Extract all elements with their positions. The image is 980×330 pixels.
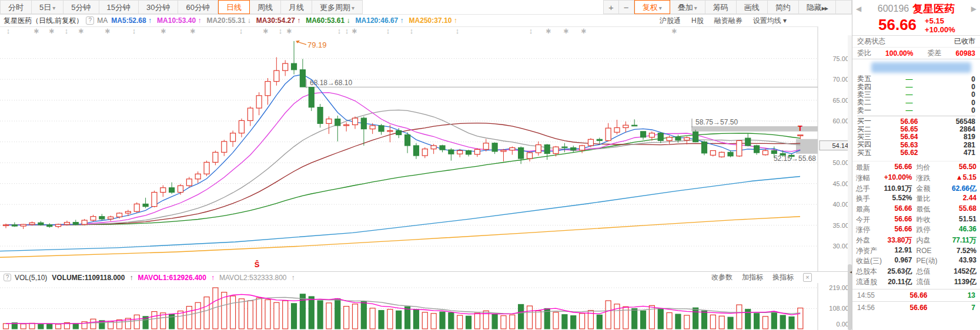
book-volume: 819 (941, 133, 975, 141)
quote-value: 56.66 (892, 204, 912, 214)
book-price: — (877, 99, 941, 107)
svg-text:0.00: 0.00 (837, 321, 849, 328)
quote-label: 总手 (856, 184, 870, 194)
tool-画线[interactable]: 画线 (737, 0, 768, 14)
tool-筹码[interactable]: 筹码 (705, 0, 737, 14)
book-volume: 0 (941, 99, 975, 107)
ma-value-MA20: MA20:55.31 ↓ (206, 16, 250, 25)
period-tab-30分钟[interactable]: 30分钟 (139, 0, 178, 14)
tick-list[interactable]: 14:5556.661314:5656.667 (852, 289, 980, 314)
tick-row-14:56[interactable]: 14:5656.667 (852, 301, 980, 314)
quote-value: 12.91 (892, 246, 912, 256)
link-融资融券[interactable]: 融资融券 (714, 16, 742, 26)
tool-叠加[interactable]: 叠加▾ (670, 0, 705, 14)
svg-text:∗: ∗ (190, 26, 196, 35)
ma-info-row: 复星医药（日线,前复权） ? MA MA5:52.68 ↑MA10:53.40 … (0, 15, 852, 26)
trade-status-value: 已收市 (954, 36, 975, 46)
stock-code: 600196 (878, 4, 909, 14)
quote-row-总手: 总手110.91万金额62.66亿 (856, 183, 976, 194)
quote-row-总股本: 总股本25.63亿总值1452亿 (856, 267, 976, 277)
svg-text:75.00: 75.00 (832, 55, 849, 62)
weibi-row: 委比 100.00% 委差 60983 (852, 48, 980, 59)
quote-value: 46.36 (957, 225, 976, 235)
book-price: 56.62 (877, 149, 941, 157)
censored-banner[interactable] (871, 62, 971, 73)
stock-app-window: 分时5日▾5分钟15分钟30分钟60分钟日线周线月线更多周期▾ +−复权▾叠加▾… (0, 0, 980, 330)
tool-+[interactable]: + (603, 0, 619, 14)
quote-row-涨停: 涨停56.66跌停46.36 (856, 225, 976, 235)
book-price: — (877, 90, 941, 99)
link-设置均线[interactable]: 设置均线 ▾ (753, 16, 787, 26)
stock-header: ◀ 600196 复星医药 ▶ 56.66 +5.15 +10.00% (852, 0, 980, 36)
weibi-value: 100.00% (885, 49, 913, 58)
period-tab-15分钟[interactable]: 15分钟 (99, 0, 139, 14)
book-volume: 2864 (941, 125, 975, 133)
tool-简约[interactable]: 简约 (768, 0, 799, 14)
quote-value: 0.967 (892, 256, 912, 266)
buy-row-买五[interactable]: 买五56.62471 (857, 149, 975, 157)
svg-text:∗: ∗ (352, 26, 358, 35)
change-params-link[interactable]: 改参数 (711, 272, 733, 282)
sell-row-卖一[interactable]: 卖一—0 (857, 107, 975, 115)
change-percent: +10.00% (925, 25, 955, 34)
book-volume: 0 (941, 83, 975, 91)
help-icon[interactable]: ? (86, 16, 94, 25)
fullscreen-icon[interactable] (836, 0, 852, 14)
svg-text:↕: ↕ (529, 26, 533, 35)
quote-row-收益(三): 收益(三)0.967PE(动)43.93 (856, 256, 976, 267)
ma-links: 沪股通H股融资融券设置均线 ▾ (660, 16, 848, 26)
period-tab-5日[interactable]: 5日▾ (32, 0, 63, 14)
volume-chart[interactable]: 219.00108.000.00 (0, 283, 852, 330)
quote-value: 55.68 (957, 204, 976, 214)
tool-隐藏[interactable]: 隐藏▶▶ (799, 0, 836, 14)
add-indicator-link[interactable]: 加指标 (742, 272, 763, 282)
volume-arrow-icon: ↑ (129, 274, 133, 282)
quote-value: 51.51 (957, 215, 976, 225)
tool-复权[interactable]: 复权▾ (634, 0, 670, 14)
book-price: — (877, 75, 941, 83)
link-沪股通[interactable]: 沪股通 (660, 16, 681, 26)
quote-row-最高: 最高56.66最低55.68 (856, 204, 976, 215)
svg-text:∗: ∗ (49, 26, 55, 35)
quote-value: 7.52% (955, 247, 976, 255)
tool-−[interactable]: − (619, 0, 634, 14)
svg-text:↕: ↕ (345, 26, 349, 35)
svg-text:T: T (798, 124, 802, 133)
book-volume: 56548 (941, 117, 975, 126)
book-label: 卖一 (857, 106, 877, 116)
switch-indicator-link[interactable]: 换指标 (772, 272, 794, 282)
help-icon[interactable]: ? (4, 274, 11, 281)
prev-stock-icon[interactable]: ◀ (856, 5, 861, 13)
next-stock-icon[interactable]: ▶ (971, 5, 976, 13)
quote-value: 62.66亿 (950, 184, 976, 194)
candlestick-chart[interactable]: 68.18→68.1058.75→57.5052.15→55.6879.19TŜ… (0, 26, 852, 271)
svg-text:∗: ∗ (581, 26, 587, 35)
period-tab-日线[interactable]: 日线 (218, 0, 250, 14)
ma-value-MA250: MA250:37.10 ↑ (409, 16, 457, 25)
mavol1-arrow-icon: ↑ (211, 274, 215, 282)
svg-text:↕: ↕ (6, 26, 11, 35)
ma60-line (6, 133, 800, 225)
quote-row-涨幅: 涨幅+10.00%涨跌▲5.15 (856, 173, 976, 184)
period-tabs: 分时5日▾5分钟15分钟30分钟60分钟日线周线月线更多周期▾ (0, 0, 363, 14)
vol-indicator-label[interactable]: VOL(5,10) (15, 274, 47, 282)
panel-scrollbar[interactable] (848, 35, 852, 330)
period-tab-60分钟[interactable]: 60分钟 (178, 0, 218, 14)
svg-text:∗: ∗ (160, 26, 167, 35)
period-tab-周线[interactable]: 周线 (250, 0, 281, 14)
volume-value: VOLUME:1109118.000 (52, 274, 125, 282)
book-price: 56.66 (877, 117, 941, 126)
link-H股[interactable]: H股 (691, 16, 704, 26)
period-tab-5分钟[interactable]: 5分钟 (63, 0, 99, 14)
volume-header: ? VOL(5,10) VOLUME:1109118.000 ↑ MAVOL1:… (0, 271, 852, 283)
svg-text:↕: ↕ (456, 26, 460, 35)
quote-value: 56.66 (892, 163, 912, 173)
close-indicator-icon[interactable]: × (803, 273, 812, 282)
book-price: 56.64 (877, 133, 941, 141)
tick-row-14:55[interactable]: 14:5556.6613 (852, 289, 980, 301)
svg-text:35.00: 35.00 (832, 222, 849, 229)
quote-row-最新: 最新56.66均价56.50 (856, 163, 976, 173)
period-tab-月线[interactable]: 月线 (281, 0, 312, 14)
period-tab-分时[interactable]: 分时 (0, 0, 32, 14)
period-tab-更多周期[interactable]: 更多周期▾ (312, 0, 363, 14)
